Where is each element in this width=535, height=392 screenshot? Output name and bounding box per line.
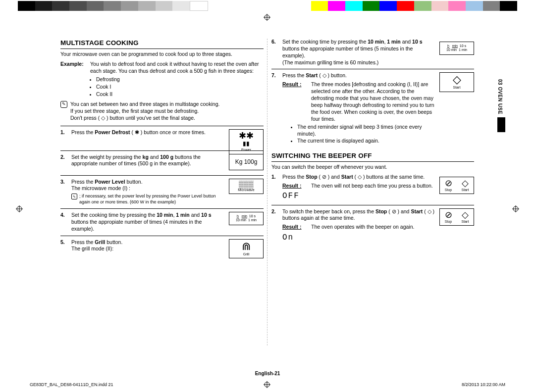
color-calibration-strip — [18, 1, 517, 11]
stop-start-icons: ⊘Stop ◇Start — [439, 208, 474, 226]
microwave-icon: ▒▒▒ Microwave — [229, 179, 264, 194]
step-3-subnote: ✎ ; if necessary, set the power level by… — [71, 194, 225, 205]
result-block: Result : The oven operates with the beep… — [282, 224, 435, 231]
intro-beeper: You can switch the beeper off whenever y… — [271, 164, 474, 171]
example-text: You wish to defrost food and cook it wit… — [90, 61, 264, 75]
note-icon: ✎ — [60, 101, 67, 108]
display-on: On — [282, 233, 435, 243]
step-3: 3. Press the Power Level button. The mic… — [60, 175, 264, 205]
list-item: Cook II — [96, 91, 264, 98]
right-column: 6. Set the cooking time by pressing the … — [267, 39, 474, 345]
example-label: Example: — [60, 61, 90, 75]
footer-timestamp: 8/2/2013 10:22:00 AM — [462, 382, 505, 387]
page-number: English-21 — [0, 371, 535, 376]
time-buttons-icon: h min 10 s 10 min 1 min — [229, 212, 264, 225]
step-7: 7. Press the Start ( ◇ ) button. Result … — [271, 69, 474, 145]
step-6: 6. Set the cooking time by pressing the … — [271, 39, 474, 66]
side-tab-label: 03 OVEN USE — [497, 79, 503, 114]
example-block: Example: You wish to defrost food and co… — [60, 61, 264, 75]
heading-beeper: SWITCHING THE BEEPER OFF — [271, 151, 474, 162]
intro-text: Your microwave oven can be programmed to… — [60, 51, 264, 58]
heading-multistage: MULTISTAGE COOKING — [60, 39, 264, 49]
footer-filename: GE83DT_BAL_DE68-04111D_EN.indd 21 — [30, 382, 113, 387]
time-buttons-icon: h min 10 s 10 min 1 min — [439, 42, 474, 55]
stop-start-icons: ⊘Stop ◇Start — [439, 177, 474, 194]
grill-icon: ⋒ Grill — [229, 239, 264, 258]
note-icon: ✎ — [71, 194, 77, 199]
start-icon: ◇ Start — [439, 72, 474, 92]
display-off: OFF — [282, 191, 435, 201]
step-4: 4. Set the cooking time by pressing the … — [60, 208, 264, 233]
weight-icon: Kg 100g — [229, 154, 264, 171]
side-tab: 03 OVEN USE — [497, 79, 505, 168]
result-block: Result : The oven will not beep each tim… — [282, 183, 435, 190]
list-item: Cook I — [96, 84, 264, 91]
step-5: 5. Press the Grill button. The grill mod… — [60, 236, 264, 257]
result-block: Result : The three modes [defrosting and… — [282, 81, 435, 122]
result-sublist: The end reminder signal will beep 3 time… — [297, 124, 435, 145]
step-2: 2. Set the weight by pressing the kg and… — [60, 150, 264, 172]
step-1: 1. Press the Power Defrost ( ✱ ) button … — [60, 126, 264, 147]
page-content: MULTISTAGE COOKING Your microwave oven c… — [60, 39, 475, 355]
beeper-step-1: 1. Press the Stop ( ⊘ ) and Start ( ◇ ) … — [271, 174, 474, 202]
note-text: You can set between two and three stages… — [70, 101, 219, 122]
registration-mark-top — [264, 14, 270, 21]
beeper-step-2: 2. To switch the beeper back on, press t… — [271, 205, 474, 244]
stage-list: Defrosting Cook I Cook II — [96, 76, 264, 98]
registration-mark-bottom — [264, 381, 270, 388]
list-item: Defrosting — [96, 76, 264, 83]
registration-mark-right — [512, 205, 519, 212]
note-box: ✎ You can set between two and three stag… — [60, 101, 264, 122]
registration-mark-left — [16, 205, 23, 212]
left-column: MULTISTAGE COOKING Your microwave oven c… — [60, 39, 268, 345]
side-tab-marker — [497, 117, 505, 132]
